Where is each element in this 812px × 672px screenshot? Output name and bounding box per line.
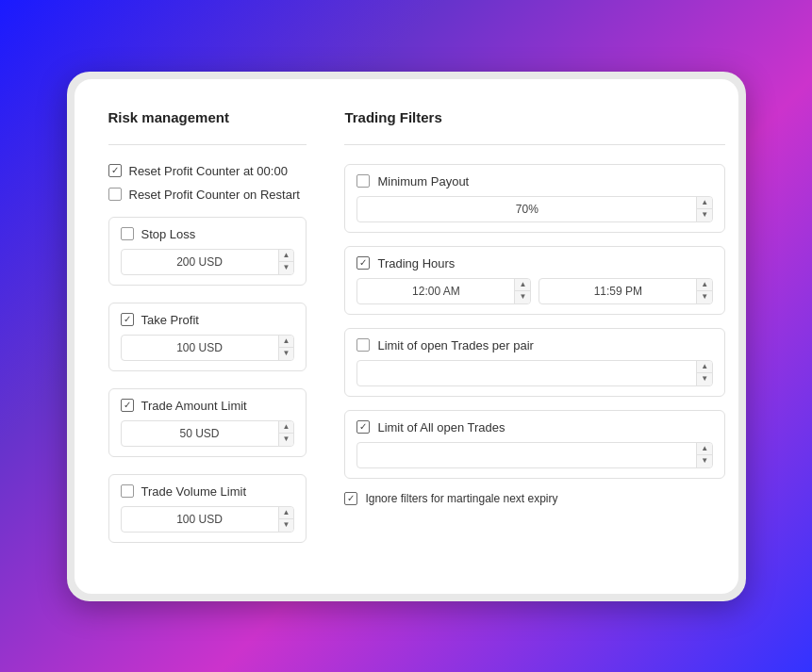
limit-per-pair-group: Limit of open Trades per pair ▲ ▼ (344, 328, 725, 397)
trade-amount-row: Trade Amount Limit (121, 399, 295, 413)
reset-profit-00-label: Reset Profit Counter at 00:00 (129, 164, 288, 178)
take-profit-row: Take Profit (121, 313, 295, 327)
trade-volume-limit-group: Trade Volume Limit ▲ ▼ (108, 474, 307, 543)
stop-loss-label: Stop Loss (141, 227, 196, 241)
trade-amount-up-btn[interactable]: ▲ (279, 421, 294, 434)
limit-all-trades-checkbox[interactable] (356, 420, 370, 434)
trade-volume-spinner[interactable]: ▲ ▼ (121, 506, 295, 533)
time-from-input[interactable] (357, 285, 514, 298)
limit-per-pair-label: Limit of open Trades per pair (377, 338, 533, 352)
trade-volume-up-btn[interactable]: ▲ (279, 507, 294, 520)
stop-loss-row: Stop Loss (121, 227, 295, 241)
trade-amount-down-btn[interactable]: ▼ (279, 434, 294, 446)
trade-amount-limit-group: Trade Amount Limit ▲ ▼ (108, 388, 307, 457)
trade-volume-row: Trade Volume Limit (121, 484, 295, 499)
limit-per-pair-up-btn[interactable]: ▲ (697, 361, 712, 374)
trading-hours-checkbox[interactable] (356, 256, 370, 270)
take-profit-label: Take Profit (141, 313, 199, 327)
limit-all-trades-label: Limit of All open Trades (377, 420, 505, 434)
take-profit-up-btn[interactable]: ▲ (279, 336, 294, 349)
limit-per-pair-checkbox[interactable] (356, 338, 370, 352)
limit-all-trades-up-btn[interactable]: ▲ (697, 443, 712, 456)
time-row: ▲ ▼ ▲ ▼ (356, 278, 713, 304)
trading-hours-label: Trading Hours (377, 256, 455, 270)
ignore-filters-checkbox[interactable] (344, 492, 357, 505)
trade-amount-checkbox[interactable] (121, 399, 134, 412)
time-to-input[interactable] (539, 285, 696, 298)
trade-amount-spinner-btns: ▲ ▼ (278, 421, 294, 446)
take-profit-group: Take Profit ▲ ▼ (108, 303, 307, 371)
limit-all-trades-row: Limit of All open Trades (356, 420, 713, 434)
limit-per-pair-spinner[interactable]: ▲ ▼ (356, 360, 713, 386)
limit-all-trades-btns: ▲ ▼ (696, 443, 712, 467)
min-payout-spinner[interactable]: ▲ ▼ (356, 196, 713, 222)
reset-profit-00-row: Reset Profit Counter at 00:00 (108, 164, 307, 178)
trade-amount-spinner[interactable]: ▲ ▼ (121, 420, 295, 447)
min-payout-label: Minimum Payout (377, 174, 469, 188)
trade-volume-label: Trade Volume Limit (141, 484, 247, 499)
time-from-up-btn[interactable]: ▲ (515, 279, 530, 292)
trade-volume-spinner-btns: ▲ ▼ (278, 507, 294, 532)
take-profit-checkbox[interactable] (121, 313, 134, 326)
stop-loss-checkbox[interactable] (121, 227, 134, 240)
trading-hours-row: Trading Hours (356, 256, 713, 270)
time-from-down-btn[interactable]: ▼ (515, 291, 530, 303)
limit-all-trades-down-btn[interactable]: ▼ (697, 455, 712, 467)
trade-volume-down-btn[interactable]: ▼ (279, 519, 294, 532)
trade-volume-checkbox[interactable] (121, 484, 134, 498)
take-profit-spinner[interactable]: ▲ ▼ (121, 335, 295, 361)
take-profit-input[interactable] (122, 341, 278, 354)
limit-all-trades-input[interactable] (357, 449, 696, 462)
limit-per-pair-btns: ▲ ▼ (696, 361, 712, 385)
left-panel: Risk management Reset Profit Counter at … (108, 109, 307, 560)
reset-profit-restart-row: Reset Profit Counter on Restart (108, 188, 307, 202)
reset-profit-restart-checkbox[interactable] (108, 188, 122, 201)
time-to-spinner[interactable]: ▲ ▼ (539, 278, 713, 304)
trade-volume-input[interactable] (122, 513, 278, 526)
left-title: Risk management (108, 109, 307, 125)
stop-loss-input[interactable] (122, 255, 278, 269)
stop-loss-spinner[interactable]: ▲ ▼ (121, 249, 295, 275)
stop-loss-spinner-btns: ▲ ▼ (278, 250, 294, 274)
time-from-btns: ▲ ▼ (514, 279, 530, 303)
outer-card: Risk management Reset Profit Counter at … (67, 72, 746, 601)
right-panel: Trading Filters Minimum Payout ▲ ▼ (344, 109, 725, 560)
reset-profit-restart-label: Reset Profit Counter on Restart (129, 188, 300, 202)
min-payout-spinner-btns: ▲ ▼ (696, 197, 712, 221)
time-from-spinner[interactable]: ▲ ▼ (356, 278, 531, 304)
limit-per-pair-row: Limit of open Trades per pair (356, 338, 713, 352)
take-profit-down-btn[interactable]: ▼ (279, 348, 294, 360)
stop-loss-up-btn[interactable]: ▲ (279, 250, 294, 263)
time-to-up-btn[interactable]: ▲ (697, 279, 712, 292)
limit-all-trades-spinner[interactable]: ▲ ▼ (356, 442, 713, 468)
limit-all-trades-group: Limit of All open Trades ▲ ▼ (344, 410, 725, 479)
inner-card: Risk management Reset Profit Counter at … (75, 79, 738, 594)
min-payout-checkbox[interactable] (356, 174, 370, 188)
time-to-down-btn[interactable]: ▼ (697, 291, 712, 303)
trade-amount-input[interactable] (122, 427, 278, 440)
trading-hours-group: Trading Hours ▲ ▼ ▲ ▼ (344, 246, 725, 315)
limit-per-pair-input[interactable] (357, 367, 696, 380)
min-payout-input[interactable] (357, 203, 696, 216)
right-divider (344, 144, 725, 145)
time-to-btns: ▲ ▼ (696, 279, 712, 303)
trade-amount-label: Trade Amount Limit (141, 399, 247, 413)
stop-loss-down-btn[interactable]: ▼ (279, 262, 294, 274)
limit-per-pair-down-btn[interactable]: ▼ (697, 373, 712, 385)
ignore-filters-label: Ignore filters for martingale next expir… (365, 492, 557, 505)
right-title: Trading Filters (344, 109, 725, 125)
min-payout-up-btn[interactable]: ▲ (697, 197, 712, 210)
stop-loss-group: Stop Loss ▲ ▼ (108, 217, 307, 286)
reset-profit-00-checkbox[interactable] (108, 164, 122, 177)
min-payout-down-btn[interactable]: ▼ (697, 209, 712, 221)
left-divider (108, 144, 307, 145)
take-profit-spinner-btns: ▲ ▼ (278, 336, 294, 360)
min-payout-row: Minimum Payout (356, 174, 713, 188)
min-payout-group: Minimum Payout ▲ ▼ (344, 164, 725, 233)
ignore-filters-row: Ignore filters for martingale next expir… (344, 492, 725, 505)
